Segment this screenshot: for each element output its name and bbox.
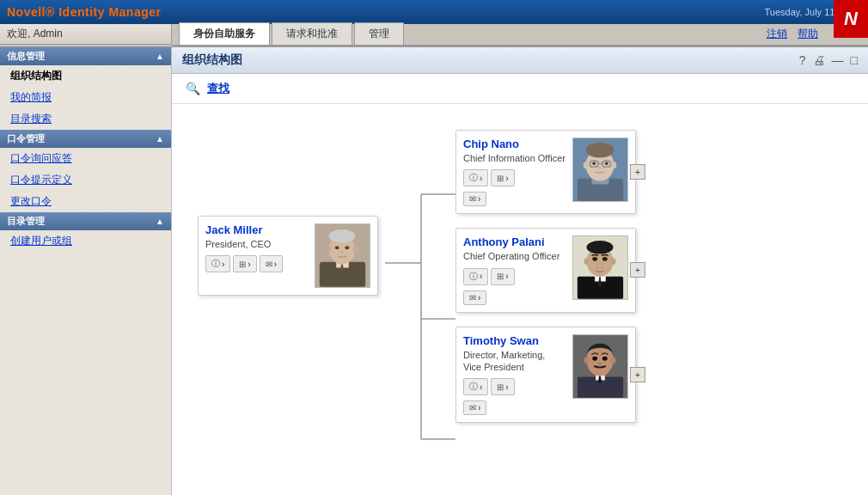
org-btn-anthony[interactable]: ⊞ › bbox=[491, 268, 514, 285]
org-btn-timothy[interactable]: ⊞ › bbox=[491, 378, 514, 395]
email-icon-anthony: ✉ bbox=[469, 293, 476, 302]
org-arrow-chip: › bbox=[505, 174, 508, 183]
minimize-icon[interactable]: — bbox=[832, 53, 844, 67]
chevron-icon: ▲ bbox=[156, 52, 164, 61]
card-actions-anthony: ⓘ › ⊞ › bbox=[463, 268, 565, 285]
info-icon-chip: ⓘ bbox=[469, 172, 478, 184]
portrait-svg-anthony bbox=[573, 235, 627, 300]
card-actions-chip: ⓘ › ⊞ › bbox=[463, 169, 565, 186]
maximize-icon[interactable]: □ bbox=[851, 53, 858, 67]
svg-point-14 bbox=[327, 246, 332, 253]
org-icon-chip: ⊞ bbox=[497, 174, 504, 183]
info-btn-jack[interactable]: ⓘ › bbox=[205, 255, 230, 272]
page-title-bar: 组织结构图 ? 🖨 — □ bbox=[172, 47, 868, 74]
person-name-jack[interactable]: Jack Miller bbox=[205, 223, 308, 236]
search-area: 🔍 查找 bbox=[172, 74, 868, 104]
person-title-anthony: Chief Operating Officer bbox=[463, 250, 565, 262]
email-icon-chip: ✉ bbox=[469, 194, 476, 204]
info-arrow-timothy: › bbox=[480, 382, 482, 392]
email-arrow-chip: › bbox=[478, 194, 480, 204]
org-arrow: › bbox=[248, 260, 250, 269]
sidebar-section-info: 信息管理 ▲ bbox=[0, 47, 171, 65]
org-btn-chip[interactable]: ⊞ › bbox=[491, 169, 514, 186]
sidebar-item-challenge-response[interactable]: 口令询问应答 bbox=[0, 148, 171, 169]
svg-point-50 bbox=[611, 357, 616, 364]
photo-timothy bbox=[572, 334, 628, 399]
email-btn-chip[interactable]: ✉ › bbox=[463, 192, 486, 206]
card-actions-chip-2: ✉ › bbox=[463, 192, 565, 206]
email-btn-jack[interactable]: ✉ › bbox=[260, 255, 283, 272]
svg-point-28 bbox=[612, 162, 617, 168]
logout-link[interactable]: 注销 bbox=[767, 27, 787, 41]
person-title-jack: President, CEO bbox=[205, 238, 308, 250]
person-name-anthony[interactable]: Anthony Palani bbox=[463, 235, 565, 248]
info-btn-anthony[interactable]: ⓘ › bbox=[463, 268, 488, 285]
photo-chip bbox=[572, 138, 628, 202]
sidebar-item-change-password[interactable]: 更改口令 bbox=[0, 191, 171, 212]
sidebar-item-directory-search[interactable]: 目录搜索 bbox=[0, 108, 171, 130]
svg-point-48 bbox=[597, 362, 602, 365]
search-link[interactable]: 查找 bbox=[207, 81, 229, 96]
person-name-chip[interactable]: Chip Nano bbox=[463, 138, 565, 150]
info-btn-chip[interactable]: ⓘ › bbox=[463, 169, 488, 186]
email-btn-timothy[interactable]: ✉ › bbox=[463, 400, 486, 415]
person-name-timothy[interactable]: Timothy Swan bbox=[463, 334, 565, 347]
expand-btn-timothy[interactable]: + bbox=[630, 367, 645, 382]
sidebar-item-create-user-group[interactable]: 创建用户或组 bbox=[0, 230, 171, 252]
photo-anthony bbox=[572, 235, 628, 300]
chevron-icon-2: ▲ bbox=[156, 134, 164, 144]
org-icon: ⊞ bbox=[239, 260, 246, 269]
novell-letter: N bbox=[844, 8, 858, 30]
email-icon-timothy: ✉ bbox=[469, 403, 476, 412]
sidebar: 信息管理 ▲ 组织结构图 我的简报 目录搜索 口令管理 ▲ 口令询问应答 口令提… bbox=[0, 47, 172, 495]
email-arrow-timothy: › bbox=[478, 403, 480, 412]
svg-point-12 bbox=[345, 246, 349, 249]
svg-point-27 bbox=[584, 162, 589, 168]
svg-point-24 bbox=[592, 162, 596, 164]
card-actions-timothy: ⓘ › ⊞ › bbox=[463, 378, 565, 395]
sidebar-section-password: 口令管理 ▲ bbox=[0, 130, 171, 148]
sidebar-item-password-hint[interactable]: 口令提示定义 bbox=[0, 169, 171, 191]
card-actions-anthony-2: ✉ › bbox=[463, 290, 565, 305]
svg-point-20 bbox=[586, 143, 614, 157]
org-btn-jack[interactable]: ⊞ › bbox=[233, 255, 256, 272]
search-icon: 🔍 bbox=[186, 82, 200, 95]
expand-btn-anthony[interactable]: + bbox=[630, 262, 645, 278]
help-link[interactable]: 帮助 bbox=[798, 27, 818, 41]
email-btn-anthony[interactable]: ✉ › bbox=[463, 290, 486, 305]
welcome-text: 欢迎, Admin bbox=[7, 27, 63, 41]
portrait-svg-chip bbox=[573, 138, 627, 202]
info-icon-timothy: ⓘ bbox=[469, 381, 478, 393]
svg-point-15 bbox=[353, 246, 358, 253]
svg-point-36 bbox=[592, 257, 597, 261]
tab-identity-self-service[interactable]: 身份自助服务 bbox=[179, 22, 270, 45]
tab-admin[interactable]: 管理 bbox=[354, 22, 404, 45]
org-arrow-anthony: › bbox=[505, 272, 508, 281]
info-icon: ⓘ bbox=[211, 258, 220, 270]
email-arrow: › bbox=[274, 260, 277, 269]
sidebar-section-title-password: 口令管理 bbox=[7, 132, 45, 145]
svg-point-26 bbox=[598, 167, 602, 169]
svg-point-13 bbox=[340, 251, 344, 254]
card-actions-timothy-2: ✉ › bbox=[463, 400, 565, 415]
info-arrow-anthony: › bbox=[480, 272, 482, 281]
portrait-svg-jack bbox=[315, 223, 370, 288]
info-icon-anthony: ⓘ bbox=[469, 271, 478, 283]
sidebar-item-org-chart[interactable]: 组织结构图 bbox=[0, 65, 171, 87]
org-icon-anthony: ⊞ bbox=[497, 272, 504, 281]
info-btn-timothy[interactable]: ⓘ › bbox=[463, 378, 488, 395]
chevron-icon-3: ▲ bbox=[156, 217, 164, 226]
svg-point-38 bbox=[584, 259, 590, 266]
print-icon[interactable]: 🖨 bbox=[813, 53, 825, 67]
svg-point-39 bbox=[611, 259, 616, 266]
org-arrow-timothy: › bbox=[505, 382, 508, 392]
expand-btn-chip[interactable]: + bbox=[630, 164, 645, 180]
help-icon[interactable]: ? bbox=[799, 53, 806, 67]
sidebar-item-my-profile[interactable]: 我的简报 bbox=[0, 87, 171, 108]
tab-request-approve[interactable]: 请求和批准 bbox=[272, 22, 352, 45]
person-card-jack: Jack Miller President, CEO ⓘ › ⊞ › bbox=[198, 216, 378, 296]
sidebar-section-title-directory: 目录管理 bbox=[7, 215, 45, 228]
email-arrow-anthony: › bbox=[478, 293, 480, 302]
person-title-timothy: Director, Marketing, Vice President bbox=[463, 349, 565, 374]
org-icon-timothy: ⊞ bbox=[497, 382, 504, 392]
